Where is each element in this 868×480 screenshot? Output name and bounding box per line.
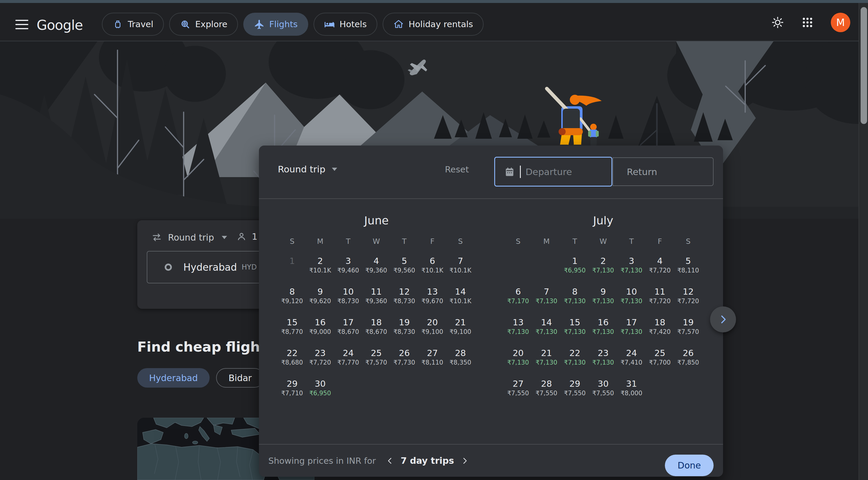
day-number: 25	[371, 348, 382, 358]
calendar-day-cell[interactable]: 21₹9,100	[446, 310, 474, 340]
calendar-day-cell[interactable]: 22₹7,130	[561, 340, 589, 371]
calendar-day-cell[interactable]: 13₹9,670	[418, 279, 446, 310]
day-price: ₹8,110	[422, 358, 443, 367]
day-price: ₹7,720	[677, 297, 699, 306]
apps-grid-icon[interactable]	[801, 16, 814, 29]
scrollbar-track[interactable]	[859, 3, 868, 480]
calendar-day-cell[interactable]: 31₹8,000	[617, 371, 646, 402]
calendar-day-cell[interactable]: 15₹8,770	[278, 310, 306, 340]
trip-length-next-button[interactable]	[458, 454, 471, 467]
calendar-day-cell[interactable]: 6₹7,170	[504, 279, 532, 310]
calendar-day-cell[interactable]: 3₹7,130	[617, 248, 646, 279]
calendar-day-cell[interactable]: 8₹9,120	[278, 279, 306, 310]
google-logo[interactable]: Google	[37, 17, 83, 33]
calendar-day-cell[interactable]: 10₹8,730	[334, 279, 362, 310]
calendar-day-cell[interactable]: 24₹7,410	[617, 340, 646, 371]
calendar-day-cell[interactable]: 20₹9,100	[418, 310, 446, 340]
city-chip-bidar[interactable]: Bidar	[216, 368, 264, 388]
day-price: ₹7,570	[677, 327, 699, 336]
calendar-day-cell[interactable]: 2₹10.1K	[306, 248, 334, 279]
calendar-day-cell[interactable]: 19₹7,570	[674, 310, 702, 340]
calendar-day-cell[interactable]: 28₹7,550	[532, 371, 561, 402]
calendar-day-cell[interactable]: 4₹9,360	[362, 248, 390, 279]
calendar-day-cell[interactable]: 26₹7,730	[390, 340, 418, 371]
calendar-day-cell[interactable]: 15₹7,130	[561, 310, 589, 340]
calendar-day-cell[interactable]: 14₹10.1K	[446, 279, 474, 310]
trip-type-selector[interactable]: Round trip	[151, 232, 227, 243]
calendar-day-cell[interactable]: 18₹7,420	[646, 310, 674, 340]
calendar-day-cell[interactable]: 5₹8,110	[674, 248, 702, 279]
return-input[interactable]: Return	[613, 157, 714, 186]
calendar-day-cell[interactable]: 27₹8,110	[418, 340, 446, 371]
calendar-day-cell[interactable]: 9₹7,130	[589, 279, 617, 310]
day-number: 2	[600, 256, 606, 266]
calendar-day-cell[interactable]: 4₹7,720	[646, 248, 674, 279]
calendar-day-cell[interactable]: 5₹9,560	[390, 248, 418, 279]
calendar-day-cell[interactable]: 1	[278, 248, 306, 279]
day-number: 2	[317, 256, 323, 266]
calendar-day-cell[interactable]: 12₹8,730	[390, 279, 418, 310]
calendar-day-cell[interactable]: 1₹6,950	[561, 248, 589, 279]
calendar-day-cell[interactable]: 7₹7,130	[532, 279, 561, 310]
scrollbar-thumb[interactable]	[861, 7, 867, 124]
calendar-icon	[504, 166, 515, 178]
chevron-right-icon	[461, 457, 469, 465]
calendar-day-cell[interactable]: 7₹10.1K	[446, 248, 474, 279]
calendar-day-cell[interactable]: 28₹8,350	[446, 340, 474, 371]
theme-toggle-sun-icon[interactable]	[771, 16, 784, 29]
calendar-day-cell[interactable]: 25₹7,570	[362, 340, 390, 371]
calendar-day-cell[interactable]: 23₹7,130	[589, 340, 617, 371]
dialog-trip-type-selector[interactable]: Round trip	[278, 164, 337, 174]
nav-tab-explore[interactable]: Explore	[169, 13, 238, 36]
calendar-day-cell[interactable]: 2₹7,130	[589, 248, 617, 279]
calendar-day-cell[interactable]: 20₹7,130	[504, 340, 532, 371]
menu-icon[interactable]	[16, 20, 28, 29]
chevron-right-icon	[718, 314, 728, 324]
calendar-day-cell[interactable]: 25₹7,700	[646, 340, 674, 371]
passenger-selector[interactable]: 1	[237, 231, 257, 242]
calendar-day-cell[interactable]: 11₹7,720	[646, 279, 674, 310]
calendar-day-cell[interactable]: 10₹7,130	[617, 279, 646, 310]
day-number: 14	[455, 287, 466, 297]
calendar-day-cell[interactable]: 14₹7,130	[532, 310, 561, 340]
day-price: ₹8,770	[281, 327, 303, 336]
calendar-day-cell[interactable]: 13₹7,130	[504, 310, 532, 340]
calendar-day-cell[interactable]: 17₹8,670	[334, 310, 362, 340]
calendar-day-cell[interactable]: 11₹9,360	[362, 279, 390, 310]
calendar-day-cell[interactable]: 29₹7,710	[278, 371, 306, 402]
calendar-day-cell[interactable]: 26₹7,850	[674, 340, 702, 371]
calendar-day-cell[interactable]: 22₹8,680	[278, 340, 306, 371]
departure-input[interactable]: Departure	[494, 157, 612, 187]
calendar-day-cell[interactable]: 17₹7,130	[617, 310, 646, 340]
reset-button[interactable]: Reset	[445, 164, 469, 174]
nav-tab-travel[interactable]: Travel	[102, 13, 164, 36]
calendar-day-cell[interactable]: 3₹9,460	[334, 248, 362, 279]
calendar-day-cell[interactable]: 27₹7,550	[504, 371, 532, 402]
day-price: ₹10.1K	[422, 266, 443, 275]
calendar-day-cell[interactable]: 30₹6,950	[306, 371, 334, 402]
calendar-day-cell[interactable]: 30₹7,550	[589, 371, 617, 402]
calendar-day-cell[interactable]: 12₹7,720	[674, 279, 702, 310]
nav-tab-hotels[interactable]: Hotels	[314, 13, 377, 36]
city-chip-hyderabad[interactable]: Hyderabad	[137, 368, 210, 388]
calendar-day-cell[interactable]: 24₹7,770	[334, 340, 362, 371]
day-price: ₹7,170	[507, 297, 529, 306]
calendar-day-cell[interactable]: 16₹9,000	[306, 310, 334, 340]
calendar-day-cell[interactable]: 18₹8,670	[362, 310, 390, 340]
calendar-day-cell[interactable]: 21₹7,130	[532, 340, 561, 371]
calendar-day-cell[interactable]: 6₹10.1K	[418, 248, 446, 279]
day-number: 20	[513, 348, 524, 358]
calendar-day-cell[interactable]: 23₹7,720	[306, 340, 334, 371]
trip-length-prev-button[interactable]	[383, 454, 397, 467]
nav-tab-flights[interactable]: Flights	[243, 13, 308, 36]
avatar[interactable]: M	[831, 13, 850, 32]
day-price: ₹6,950	[309, 389, 331, 397]
calendar-day-cell[interactable]: 8₹7,130	[561, 279, 589, 310]
calendar-day-cell[interactable]: 16₹7,130	[589, 310, 617, 340]
calendar-day-cell[interactable]: 29₹7,550	[561, 371, 589, 402]
next-month-button[interactable]	[710, 307, 736, 332]
done-button[interactable]: Done	[665, 455, 714, 476]
nav-tab-holiday-rentals[interactable]: Holiday rentals	[383, 13, 484, 36]
calendar-day-cell[interactable]: 9₹9,620	[306, 279, 334, 310]
calendar-day-cell[interactable]: 19₹8,730	[390, 310, 418, 340]
